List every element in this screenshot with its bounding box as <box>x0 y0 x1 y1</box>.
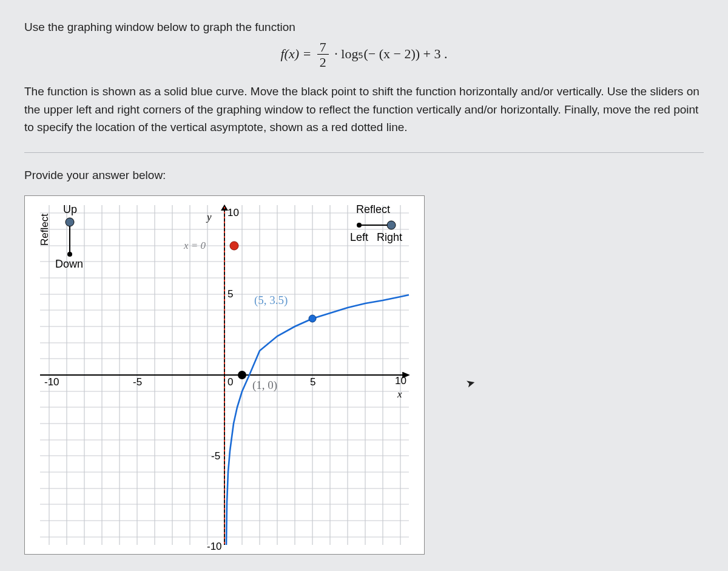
svg-text:x: x <box>397 388 402 400</box>
blue-curve-point <box>309 315 316 322</box>
svg-point-56 <box>67 252 72 257</box>
cursor-icon: ➤ <box>464 375 476 390</box>
svg-text:Down: Down <box>55 258 83 270</box>
svg-point-62 <box>387 221 396 229</box>
svg-point-61 <box>357 223 362 228</box>
black-translate-point[interactable] <box>238 371 246 379</box>
svg-text:10: 10 <box>228 207 239 218</box>
tick-labels: -10 -5 0 5 10 10 5 -5 -10 y x <box>44 207 406 552</box>
svg-text:y: y <box>206 211 212 223</box>
curve <box>226 295 409 545</box>
svg-text:10: 10 <box>395 375 406 387</box>
svg-text:Reflect: Reflect <box>39 214 50 246</box>
svg-text:Left: Left <box>350 231 368 243</box>
svg-text:Up: Up <box>63 203 77 215</box>
svg-text:-5: -5 <box>211 450 220 462</box>
answer-label: Provide your answer below: <box>24 169 704 182</box>
asymptote-label: x = 0 <box>183 240 206 251</box>
svg-text:5: 5 <box>310 376 315 388</box>
svg-text:5: 5 <box>228 288 233 300</box>
svg-text:0: 0 <box>228 376 233 388</box>
svg-text:-10: -10 <box>44 376 59 388</box>
svg-point-55 <box>66 218 74 226</box>
asymptote-red-point[interactable] <box>230 242 238 250</box>
blue-point-label: (5, 3.5) <box>254 294 288 307</box>
function-formula: f(x) = 7 2 · log₅(− (x − 2)) + 3 . <box>24 41 704 69</box>
svg-text:Right: Right <box>377 231 402 243</box>
divider <box>24 152 704 153</box>
reflect-horizontal-slider[interactable]: Reflect Left Right <box>350 203 402 243</box>
black-point-label: (1, 0) <box>252 379 277 392</box>
graphing-window[interactable]: -10 -5 0 5 10 10 5 -5 -10 y x x = 0 (5, … <box>24 195 425 555</box>
instruction-paragraph: The function is shown as a solid blue cu… <box>24 83 704 136</box>
svg-text:-5: -5 <box>133 376 142 388</box>
instruction-line-1: Use the graphing window below to graph t… <box>24 18 704 36</box>
graph-svg: -10 -5 0 5 10 10 5 -5 -10 y x x = 0 (5, … <box>25 196 424 554</box>
svg-text:Reflect: Reflect <box>356 203 390 215</box>
svg-text:-10: -10 <box>207 541 222 552</box>
